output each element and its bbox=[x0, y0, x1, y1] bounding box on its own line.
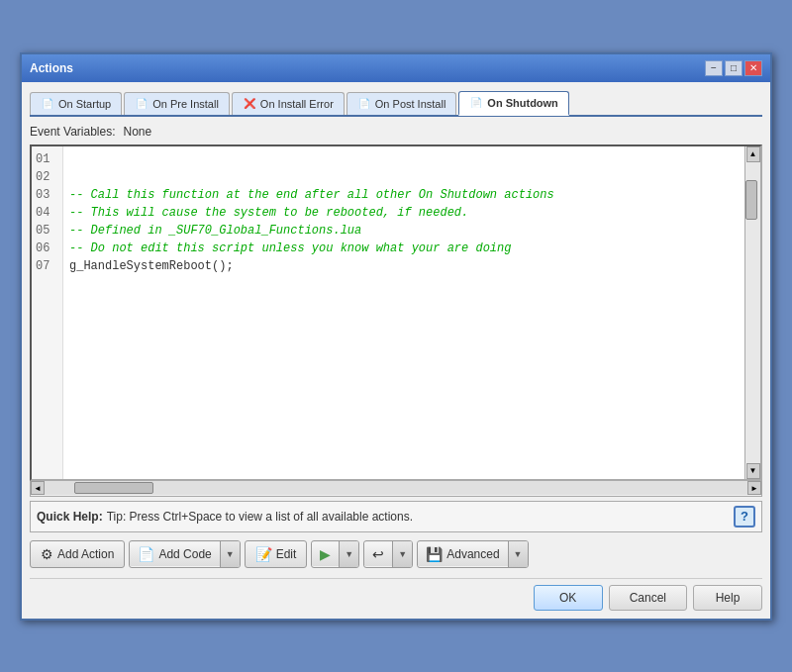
maximize-button[interactable]: □ bbox=[725, 60, 742, 76]
quick-help-row: Quick Help: Tip: Press Ctrl+Space to vie… bbox=[30, 501, 762, 532]
scroll-h-track bbox=[45, 481, 747, 495]
window-title: Actions bbox=[30, 61, 73, 75]
scroll-right-arrow[interactable]: ► bbox=[747, 481, 761, 495]
scroll-h-thumb[interactable] bbox=[74, 482, 153, 494]
run-arrow[interactable]: ▼ bbox=[339, 541, 358, 567]
run-icon: ▶ bbox=[320, 546, 331, 562]
event-variables-value: None bbox=[124, 125, 152, 139]
shutdown-tab-label: On Shutdown bbox=[487, 97, 557, 109]
advanced-icon: 💾 bbox=[426, 546, 443, 562]
postinstall-tab-icon: 📄 bbox=[357, 97, 371, 111]
add-action-label: Add Action bbox=[57, 547, 114, 561]
quick-help-text: Tip: Press Ctrl+Space to view a list of … bbox=[107, 510, 730, 524]
advanced-split-button[interactable]: 💾 Advanced ▼ bbox=[417, 540, 528, 568]
vertical-scrollbar[interactable]: ▲ ▼ bbox=[744, 146, 760, 479]
code-line-7 bbox=[69, 277, 76, 291]
quick-help-label: Quick Help: bbox=[37, 510, 103, 524]
line-num-1: 01 bbox=[36, 150, 56, 168]
startup-tab-label: On Startup bbox=[58, 98, 111, 110]
undo-main[interactable]: ↩ bbox=[364, 542, 392, 566]
scroll-down-arrow[interactable]: ▼ bbox=[746, 463, 760, 479]
shutdown-tab-icon: 📄 bbox=[469, 96, 483, 110]
undo-icon: ↩ bbox=[372, 546, 384, 562]
line-num-4: 04 bbox=[36, 204, 56, 222]
tab-on-pre-install[interactable]: 📄 On Pre Install bbox=[124, 92, 230, 115]
title-bar: Actions − □ ✕ bbox=[22, 54, 770, 82]
scrollbar-thumb[interactable] bbox=[745, 180, 757, 220]
action-buttons-row: ⚙ Add Action 📄 Add Code ▼ 📝 Edit ▶ bbox=[30, 540, 762, 568]
code-line-3: -- This will cause the system to be rebo… bbox=[69, 206, 468, 220]
add-code-icon: 📄 bbox=[138, 546, 154, 562]
installerror-tab-icon: ❌ bbox=[243, 97, 256, 111]
line-num-2: 02 bbox=[36, 168, 56, 186]
event-variables-row: Event Variables: None bbox=[30, 125, 762, 139]
add-action-button[interactable]: ⚙ Add Action bbox=[30, 540, 125, 568]
tabs-row: 📄 On Startup 📄 On Pre Install ❌ On Insta… bbox=[30, 90, 762, 117]
cancel-button[interactable]: Cancel bbox=[609, 585, 687, 611]
tab-on-shutdown[interactable]: 📄 On Shutdown bbox=[458, 91, 568, 116]
add-code-split-button[interactable]: 📄 Add Code ▼ bbox=[129, 540, 240, 568]
preinstall-tab-icon: 📄 bbox=[135, 97, 148, 111]
window-controls: − □ ✕ bbox=[705, 60, 762, 76]
event-variables-label: Event Variables: bbox=[30, 125, 116, 139]
line-numbers: 01 02 03 04 05 06 07 bbox=[32, 146, 63, 479]
advanced-main[interactable]: 💾 Advanced bbox=[418, 542, 507, 566]
advanced-arrow[interactable]: ▼ bbox=[508, 541, 528, 567]
code-inner: 01 02 03 04 05 06 07 -- Call this functi… bbox=[32, 146, 760, 479]
horizontal-scrollbar[interactable]: ◄ ► bbox=[30, 481, 762, 497]
minimize-button[interactable]: − bbox=[705, 60, 723, 76]
code-area-wrapper: 01 02 03 04 05 06 07 -- Call this functi… bbox=[30, 144, 762, 497]
code-line-2: -- Call this function at the end after a… bbox=[69, 188, 554, 202]
line-num-7: 07 bbox=[36, 257, 56, 275]
help-button[interactable]: Help bbox=[693, 585, 762, 611]
actions-window: Actions − □ ✕ 📄 On Startup 📄 On Pre Inst… bbox=[20, 52, 772, 621]
add-code-label: Add Code bbox=[158, 547, 211, 561]
run-split-button[interactable]: ▶ ▼ bbox=[311, 540, 359, 568]
window-body: 📄 On Startup 📄 On Pre Install ❌ On Insta… bbox=[22, 82, 770, 619]
code-content[interactable]: -- Call this function at the end after a… bbox=[63, 146, 760, 479]
code-line-4: -- Defined in _SUF70_Global_Functions.lu… bbox=[69, 224, 361, 238]
run-main[interactable]: ▶ bbox=[312, 542, 339, 566]
scroll-track bbox=[745, 162, 760, 463]
scroll-up-arrow[interactable]: ▲ bbox=[746, 146, 760, 162]
postinstall-tab-label: On Post Install bbox=[375, 98, 446, 110]
code-line-6: g_HandleSystemReboot(); bbox=[69, 259, 234, 273]
startup-tab-icon: 📄 bbox=[41, 97, 54, 111]
undo-split-button[interactable]: ↩ ▼ bbox=[363, 540, 413, 568]
quick-help-icon-button[interactable]: ? bbox=[734, 506, 755, 528]
add-code-main[interactable]: 📄 Add Code bbox=[130, 542, 219, 566]
edit-label: Edit bbox=[276, 547, 297, 561]
advanced-label: Advanced bbox=[446, 547, 499, 561]
add-code-arrow[interactable]: ▼ bbox=[220, 541, 240, 567]
tab-on-post-install[interactable]: 📄 On Post Install bbox=[346, 92, 457, 115]
tab-on-install-error[interactable]: ❌ On Install Error bbox=[232, 92, 345, 115]
installerror-tab-label: On Install Error bbox=[260, 98, 334, 110]
code-line-1 bbox=[69, 170, 76, 184]
bottom-buttons-row: OK Cancel Help bbox=[30, 578, 762, 611]
line-num-5: 05 bbox=[36, 222, 56, 240]
code-area[interactable]: 01 02 03 04 05 06 07 -- Call this functi… bbox=[30, 144, 762, 481]
line-num-6: 06 bbox=[36, 240, 56, 257]
edit-icon: 📝 bbox=[255, 546, 272, 562]
ok-button[interactable]: OK bbox=[534, 585, 603, 611]
line-num-3: 03 bbox=[36, 186, 56, 204]
tab-on-startup[interactable]: 📄 On Startup bbox=[30, 92, 122, 115]
undo-arrow[interactable]: ▼ bbox=[392, 541, 412, 567]
code-line-5: -- Do not edit this script unless you kn… bbox=[69, 241, 511, 255]
preinstall-tab-label: On Pre Install bbox=[152, 98, 219, 110]
close-button[interactable]: ✕ bbox=[744, 60, 762, 76]
edit-button[interactable]: 📝 Edit bbox=[245, 540, 308, 568]
scroll-left-arrow[interactable]: ◄ bbox=[31, 481, 45, 495]
add-action-icon: ⚙ bbox=[41, 546, 53, 562]
